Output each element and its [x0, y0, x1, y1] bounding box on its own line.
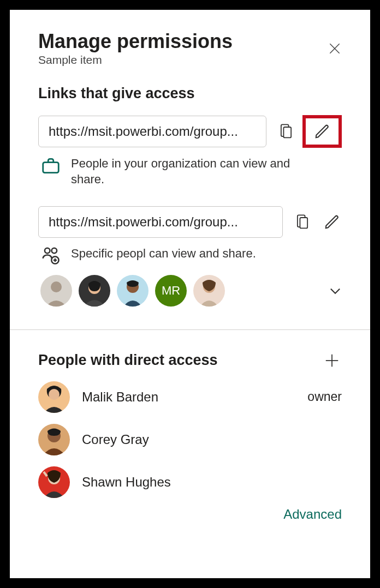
- link-item: https://msit.powerbi.com/group... Specif…: [10, 188, 370, 320]
- avatar[interactable]: [40, 275, 72, 307]
- link-description-text: Specific peopl can view and share.: [71, 245, 256, 262]
- link-description-row: People in your organization can view and…: [38, 148, 342, 188]
- panel-header: Manage permissions Sample item: [10, 10, 370, 75]
- add-person-button[interactable]: [322, 351, 342, 370]
- person-row[interactable]: Malik Barden owner: [10, 376, 370, 418]
- manage-permissions-panel: Manage permissions Sample item Links tha…: [10, 10, 370, 578]
- svg-point-4: [52, 248, 57, 254]
- person-role: owner: [307, 389, 342, 404]
- links-section-title: Links that give access: [10, 75, 370, 107]
- avatar[interactable]: [193, 275, 225, 307]
- avatar: [38, 424, 70, 455]
- panel-subtitle: Sample item: [38, 53, 325, 67]
- link-row: https://msit.powerbi.com/group...: [38, 206, 342, 238]
- edit-link-highlight: [302, 115, 342, 148]
- avatar: [38, 466, 70, 498]
- person-row[interactable]: Corey Gray: [10, 418, 370, 461]
- header-text: Manage permissions Sample item: [38, 31, 325, 67]
- link-url-field[interactable]: https://msit.powerbi.com/group...: [38, 206, 283, 238]
- advanced-link[interactable]: Advanced: [283, 507, 342, 521]
- close-icon: [328, 41, 342, 56]
- avatars-row: MR: [38, 266, 342, 320]
- advanced-row: Advanced: [10, 503, 370, 533]
- svg-rect-2: [300, 218, 307, 228]
- specific-people-icon: [40, 245, 61, 266]
- link-item: https://msit.powerbi.com/group... People…: [10, 107, 370, 188]
- svg-point-10: [49, 389, 60, 400]
- expand-avatars-button[interactable]: [325, 281, 345, 301]
- link-url-field[interactable]: https://msit.powerbi.com/group...: [38, 116, 266, 147]
- avatar-initials[interactable]: MR: [155, 275, 187, 307]
- copy-link-button[interactable]: [276, 122, 296, 141]
- svg-point-6: [51, 281, 62, 292]
- copy-link-button[interactable]: [293, 212, 312, 232]
- person-name: Shawn Hughes: [82, 475, 330, 490]
- person-name: Malik Barden: [82, 389, 295, 405]
- person-row[interactable]: Shawn Hughes: [10, 461, 370, 503]
- avatar[interactable]: [79, 275, 110, 307]
- briefcase-icon: [40, 155, 61, 176]
- close-button[interactable]: [325, 39, 344, 58]
- plus-icon: [324, 352, 340, 369]
- avatar: [38, 381, 70, 413]
- person-name: Corey Gray: [82, 432, 330, 447]
- panel-title: Manage permissions: [38, 31, 325, 52]
- link-description-text: People in your organization can view and…: [71, 155, 300, 188]
- direct-access-header: People with direct access: [10, 330, 370, 376]
- copy-icon: [278, 123, 294, 140]
- link-row: https://msit.powerbi.com/group...: [38, 115, 342, 148]
- svg-rect-0: [283, 127, 291, 137]
- chevron-down-icon: [328, 283, 343, 298]
- link-description-row: Specific peopl can view and share.: [38, 238, 342, 266]
- pencil-icon: [324, 214, 340, 230]
- edit-link-button[interactable]: [314, 123, 330, 140]
- direct-access-title: People with direct access: [38, 352, 322, 369]
- copy-icon: [295, 213, 310, 231]
- avatar[interactable]: [117, 275, 149, 307]
- svg-point-3: [45, 248, 50, 254]
- pencil-icon: [314, 123, 330, 140]
- edit-link-button[interactable]: [322, 212, 342, 232]
- svg-rect-1: [43, 162, 59, 172]
